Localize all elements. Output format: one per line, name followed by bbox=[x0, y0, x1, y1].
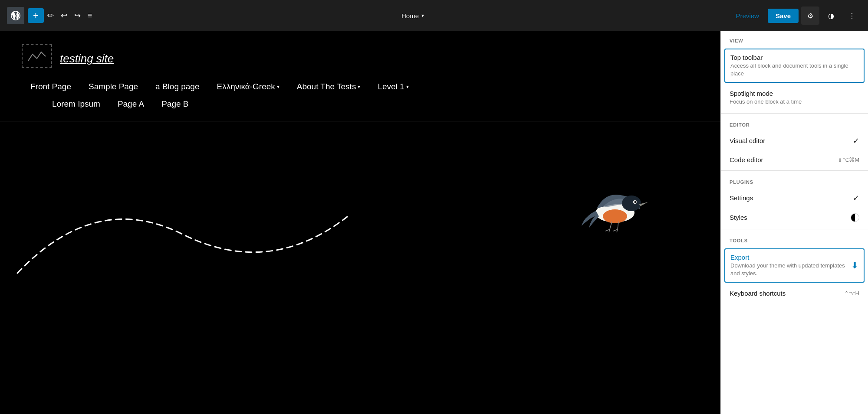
redo-button[interactable]: ↪ bbox=[71, 8, 84, 23]
spotlight-mode-title: Spotlight mode bbox=[730, 90, 859, 97]
plugins-section-label: PLUGINS bbox=[721, 173, 868, 188]
sub-nav: Lorem Ipsum Page A Page B bbox=[22, 96, 699, 112]
divider-3 bbox=[721, 229, 868, 229]
site-logo bbox=[22, 44, 52, 68]
main-area: testing site Front Page Sample Page a Bl… bbox=[0, 31, 868, 414]
spotlight-mode-item[interactable]: Spotlight mode Focus on one block at a t… bbox=[721, 85, 868, 111]
tools-section-label: TOOLS bbox=[721, 231, 868, 247]
contrast-button[interactable]: ◑ bbox=[822, 7, 840, 25]
top-toolbar: + ✏ ↩ ↪ ≡ Home ▾ Preview Save ⚙ ◑ ⋮ bbox=[0, 0, 868, 31]
styles-title: Styles bbox=[730, 214, 851, 221]
subnav-lorem-ipsum[interactable]: Lorem Ipsum bbox=[43, 96, 109, 112]
download-icon: ⬇ bbox=[851, 260, 858, 271]
settings-gear-button[interactable]: ⚙ bbox=[801, 7, 819, 25]
top-toolbar-title: Top toolbar bbox=[730, 54, 858, 61]
toolbar-center: Home ▾ bbox=[95, 9, 730, 23]
settings-checkmark: ✓ bbox=[853, 193, 859, 203]
export-title: Export bbox=[730, 254, 851, 261]
top-toolbar-item[interactable]: Top toolbar Access all block and documen… bbox=[724, 49, 865, 83]
settings-item[interactable]: Settings ✓ bbox=[721, 188, 868, 208]
divider-1 bbox=[721, 113, 868, 114]
code-editor-item[interactable]: Code editor ⇧⌥⌘M bbox=[721, 151, 868, 169]
list-view-button[interactable]: ≡ bbox=[84, 8, 96, 23]
keyboard-shortcuts-shortcut: ⌃⌥H bbox=[844, 290, 859, 297]
toolbar-right: Preview Save ⚙ ◑ ⋮ bbox=[730, 7, 861, 25]
styles-item[interactable]: Styles bbox=[721, 208, 868, 227]
nav-greek[interactable]: Ελληνικά-Greek ▾ bbox=[208, 78, 288, 96]
dashed-arc bbox=[9, 182, 365, 277]
half-circle-icon bbox=[851, 213, 859, 222]
bird-illustration bbox=[579, 178, 651, 234]
right-panel: VIEW Top toolbar Access all block and do… bbox=[720, 31, 868, 414]
visual-editor-checkmark: ✓ bbox=[853, 136, 859, 146]
top-toolbar-desc: Access all block and document tools in a… bbox=[730, 62, 858, 78]
canvas: testing site Front Page Sample Page a Bl… bbox=[0, 31, 720, 414]
dropdown-arrow-icon: ▾ bbox=[421, 13, 424, 19]
svg-point-4 bbox=[635, 201, 637, 203]
main-nav: Front Page Sample Page a Blog page Ελλην… bbox=[22, 78, 699, 96]
code-editor-title: Code editor bbox=[730, 156, 838, 163]
more-options-button[interactable]: ⋮ bbox=[843, 7, 861, 25]
export-item[interactable]: Export Download your theme with updated … bbox=[724, 248, 865, 283]
view-section-label: VIEW bbox=[721, 31, 868, 47]
visual-editor-item[interactable]: Visual editor ✓ bbox=[721, 131, 868, 151]
nav-front-page[interactable]: Front Page bbox=[22, 78, 80, 96]
subnav-page-a[interactable]: Page A bbox=[109, 96, 153, 112]
save-button[interactable]: Save bbox=[768, 9, 799, 23]
nav-about-tests[interactable]: About The Tests ▾ bbox=[288, 78, 369, 96]
page-title-text: Home bbox=[401, 12, 419, 20]
settings-title: Settings bbox=[730, 194, 853, 202]
wp-logo[interactable] bbox=[7, 7, 24, 24]
undo-button[interactable]: ↩ bbox=[57, 8, 71, 23]
keyboard-shortcuts-item[interactable]: Keyboard shortcuts ⌃⌥H bbox=[721, 284, 868, 302]
site-name: testing site bbox=[60, 52, 114, 65]
spotlight-mode-desc: Focus on one block at a time bbox=[730, 98, 859, 106]
nav-blog-page[interactable]: a Blog page bbox=[147, 78, 208, 96]
keyboard-shortcuts-title: Keyboard shortcuts bbox=[730, 290, 844, 297]
page-title-button[interactable]: Home ▾ bbox=[396, 9, 429, 23]
editor-section-label: EDITOR bbox=[721, 115, 868, 131]
nav-level1[interactable]: Level 1 ▾ bbox=[369, 78, 417, 96]
preview-button[interactable]: Preview bbox=[730, 9, 765, 23]
svg-point-1 bbox=[603, 209, 627, 223]
code-editor-shortcut: ⇧⌥⌘M bbox=[838, 156, 859, 163]
subnav-page-b[interactable]: Page B bbox=[153, 96, 197, 112]
pencil-button[interactable]: ✏ bbox=[44, 8, 57, 23]
divider-2 bbox=[721, 170, 868, 171]
export-desc: Download your theme with updated templat… bbox=[730, 262, 851, 277]
svg-point-2 bbox=[622, 196, 641, 211]
nav-sample-page[interactable]: Sample Page bbox=[80, 78, 147, 96]
add-block-button[interactable]: + bbox=[28, 8, 44, 23]
visual-editor-title: Visual editor bbox=[730, 137, 853, 144]
canvas-content bbox=[0, 121, 720, 295]
site-header: testing site Front Page Sample Page a Bl… bbox=[0, 31, 720, 121]
